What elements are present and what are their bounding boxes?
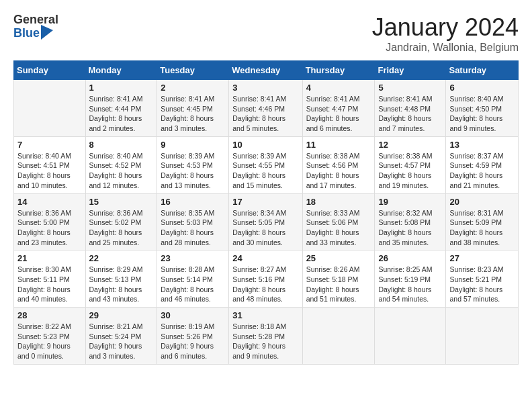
week-row-5: 28Sunrise: 8:22 AMSunset: 5:23 PMDayligh… <box>14 308 519 365</box>
day-info: Sunrise: 8:41 AMSunset: 4:44 PMDaylight:… <box>89 94 154 134</box>
day-number: 29 <box>89 310 154 320</box>
day-cell: 27Sunrise: 8:23 AMSunset: 5:21 PMDayligh… <box>446 250 519 308</box>
day-info: Sunrise: 8:22 AMSunset: 5:23 PMDaylight:… <box>17 322 82 361</box>
day-cell <box>14 80 86 137</box>
week-row-1: 1Sunrise: 8:41 AMSunset: 4:44 PMDaylight… <box>14 80 519 137</box>
day-number: 15 <box>89 197 154 207</box>
day-number: 7 <box>17 140 82 150</box>
day-info: Sunrise: 8:41 AMSunset: 4:47 PMDaylight:… <box>306 94 371 134</box>
week-row-4: 21Sunrise: 8:30 AMSunset: 5:11 PMDayligh… <box>14 250 519 308</box>
day-number: 3 <box>232 83 298 93</box>
calendar-table: SundayMondayTuesdayWednesdayThursdayFrid… <box>13 60 519 365</box>
day-number: 1 <box>89 83 154 93</box>
day-cell: 5Sunrise: 8:41 AMSunset: 4:48 PMDaylight… <box>375 80 446 137</box>
logo-text: General Blue <box>13 13 58 40</box>
day-cell: 24Sunrise: 8:27 AMSunset: 5:16 PMDayligh… <box>229 250 302 308</box>
day-info: Sunrise: 8:41 AMSunset: 4:45 PMDaylight:… <box>161 94 225 134</box>
day-cell: 6Sunrise: 8:40 AMSunset: 4:50 PMDaylight… <box>446 80 519 137</box>
weekday-thursday: Thursday <box>302 61 375 80</box>
day-info: Sunrise: 8:40 AMSunset: 4:52 PMDaylight:… <box>89 151 154 191</box>
day-cell: 9Sunrise: 8:39 AMSunset: 4:53 PMDaylight… <box>157 136 229 193</box>
day-cell: 25Sunrise: 8:26 AMSunset: 5:18 PMDayligh… <box>302 250 375 308</box>
day-info: Sunrise: 8:36 AMSunset: 5:02 PMDaylight:… <box>89 208 154 248</box>
day-cell: 12Sunrise: 8:38 AMSunset: 4:57 PMDayligh… <box>375 136 446 193</box>
day-cell: 22Sunrise: 8:29 AMSunset: 5:13 PMDayligh… <box>85 250 157 308</box>
day-number: 11 <box>306 140 371 150</box>
day-number: 5 <box>378 83 442 93</box>
day-info: Sunrise: 8:31 AMSunset: 5:09 PMDaylight:… <box>449 208 515 248</box>
day-number: 28 <box>17 310 82 320</box>
day-cell <box>446 308 519 365</box>
weekday-monday: Monday <box>85 61 157 80</box>
title-block: January 2024 Jandrain, Wallonia, Belgium <box>372 13 519 54</box>
day-info: Sunrise: 8:41 AMSunset: 4:46 PMDaylight:… <box>232 94 298 134</box>
day-info: Sunrise: 8:35 AMSunset: 5:03 PMDaylight:… <box>161 208 225 248</box>
logo-blue: Blue <box>13 27 40 40</box>
day-cell <box>375 308 446 365</box>
calendar-body: 1Sunrise: 8:41 AMSunset: 4:44 PMDaylight… <box>14 80 519 365</box>
day-cell: 10Sunrise: 8:39 AMSunset: 4:55 PMDayligh… <box>229 136 302 193</box>
day-cell: 16Sunrise: 8:35 AMSunset: 5:03 PMDayligh… <box>157 193 229 250</box>
week-row-3: 14Sunrise: 8:36 AMSunset: 5:00 PMDayligh… <box>14 193 519 250</box>
day-number: 16 <box>161 197 225 207</box>
day-info: Sunrise: 8:38 AMSunset: 4:57 PMDaylight:… <box>378 151 442 191</box>
day-info: Sunrise: 8:28 AMSunset: 5:14 PMDaylight:… <box>161 265 225 304</box>
day-info: Sunrise: 8:29 AMSunset: 5:13 PMDaylight:… <box>89 265 154 304</box>
day-info: Sunrise: 8:19 AMSunset: 5:26 PMDaylight:… <box>161 322 225 361</box>
day-number: 19 <box>378 197 442 207</box>
day-number: 14 <box>17 197 82 207</box>
day-cell: 11Sunrise: 8:38 AMSunset: 4:56 PMDayligh… <box>302 136 375 193</box>
day-info: Sunrise: 8:38 AMSunset: 4:56 PMDaylight:… <box>306 151 371 191</box>
logo: General Blue <box>13 13 58 40</box>
day-cell: 7Sunrise: 8:40 AMSunset: 4:51 PMDaylight… <box>14 136 86 193</box>
day-info: Sunrise: 8:25 AMSunset: 5:19 PMDaylight:… <box>378 265 442 304</box>
day-number: 10 <box>232 140 298 150</box>
day-info: Sunrise: 8:33 AMSunset: 5:06 PMDaylight:… <box>306 208 371 248</box>
day-cell: 30Sunrise: 8:19 AMSunset: 5:26 PMDayligh… <box>157 308 229 365</box>
day-cell: 13Sunrise: 8:37 AMSunset: 4:59 PMDayligh… <box>446 136 519 193</box>
day-info: Sunrise: 8:37 AMSunset: 4:59 PMDaylight:… <box>449 151 515 191</box>
day-number: 8 <box>89 140 154 150</box>
day-info: Sunrise: 8:18 AMSunset: 5:28 PMDaylight:… <box>232 322 298 361</box>
month-title: January 2024 <box>372 13 519 42</box>
day-number: 2 <box>161 83 225 93</box>
day-info: Sunrise: 8:36 AMSunset: 5:00 PMDaylight:… <box>17 208 82 248</box>
week-row-2: 7Sunrise: 8:40 AMSunset: 4:51 PMDaylight… <box>14 136 519 193</box>
weekday-friday: Friday <box>375 61 446 80</box>
logo-icon <box>41 25 53 40</box>
day-number: 17 <box>232 197 298 207</box>
day-number: 23 <box>161 253 225 263</box>
day-info: Sunrise: 8:40 AMSunset: 4:51 PMDaylight:… <box>17 151 82 191</box>
day-number: 27 <box>449 253 515 263</box>
day-cell: 17Sunrise: 8:34 AMSunset: 5:05 PMDayligh… <box>229 193 302 250</box>
day-number: 25 <box>306 253 371 263</box>
day-info: Sunrise: 8:32 AMSunset: 5:08 PMDaylight:… <box>378 208 442 248</box>
day-number: 30 <box>161 310 225 320</box>
weekday-saturday: Saturday <box>446 61 519 80</box>
weekday-wednesday: Wednesday <box>229 61 302 80</box>
calendar-header: SundayMondayTuesdayWednesdayThursdayFrid… <box>14 61 519 80</box>
day-cell: 3Sunrise: 8:41 AMSunset: 4:46 PMDaylight… <box>229 80 302 137</box>
day-info: Sunrise: 8:39 AMSunset: 4:55 PMDaylight:… <box>232 151 298 191</box>
day-cell: 28Sunrise: 8:22 AMSunset: 5:23 PMDayligh… <box>14 308 86 365</box>
day-info: Sunrise: 8:39 AMSunset: 4:53 PMDaylight:… <box>161 151 225 191</box>
day-number: 22 <box>89 253 154 263</box>
day-cell: 1Sunrise: 8:41 AMSunset: 4:44 PMDaylight… <box>85 80 157 137</box>
page-header: General Blue January 2024 Jandrain, Wall… <box>13 13 519 54</box>
day-number: 24 <box>232 253 298 263</box>
day-cell: 29Sunrise: 8:21 AMSunset: 5:24 PMDayligh… <box>85 308 157 365</box>
day-number: 13 <box>449 140 515 150</box>
day-info: Sunrise: 8:40 AMSunset: 4:50 PMDaylight:… <box>449 94 515 134</box>
day-cell: 26Sunrise: 8:25 AMSunset: 5:19 PMDayligh… <box>375 250 446 308</box>
day-cell: 23Sunrise: 8:28 AMSunset: 5:14 PMDayligh… <box>157 250 229 308</box>
day-cell: 8Sunrise: 8:40 AMSunset: 4:52 PMDaylight… <box>85 136 157 193</box>
day-number: 20 <box>449 197 515 207</box>
day-number: 31 <box>232 310 298 320</box>
day-number: 18 <box>306 197 371 207</box>
day-number: 4 <box>306 83 371 93</box>
day-number: 21 <box>17 253 82 263</box>
day-number: 12 <box>378 140 442 150</box>
day-cell: 20Sunrise: 8:31 AMSunset: 5:09 PMDayligh… <box>446 193 519 250</box>
day-info: Sunrise: 8:41 AMSunset: 4:48 PMDaylight:… <box>378 94 442 134</box>
day-number: 6 <box>449 83 515 93</box>
